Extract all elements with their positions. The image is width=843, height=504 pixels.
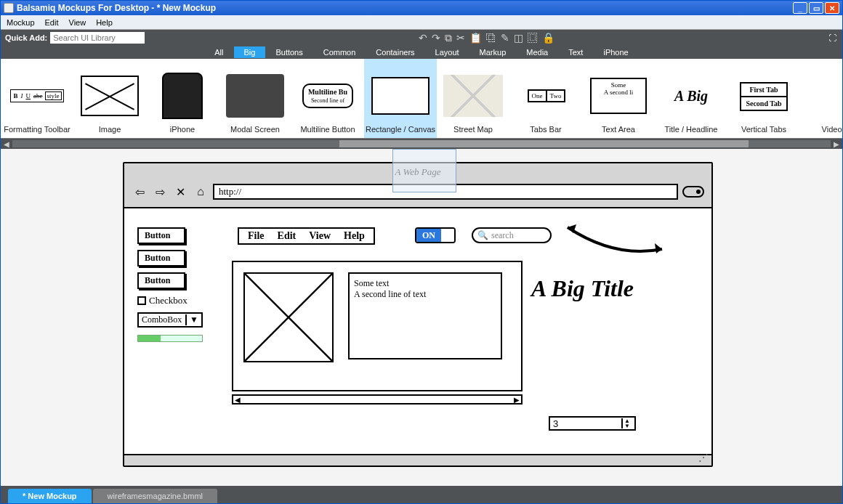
library-item[interactable]: BIUabcstyle Formatting Toolbar (1, 59, 73, 138)
duplicate-icon[interactable]: ⿻ (486, 32, 496, 44)
menu-view[interactable]: View (69, 18, 86, 27)
titlebar[interactable]: Balsamiq Mockups For Desktop - * New Moc… (1, 1, 842, 15)
menu-edit[interactable]: Edit (45, 18, 59, 27)
arrow-annotation[interactable] (560, 219, 669, 262)
button-widget[interactable]: Button (137, 272, 185, 289)
toolbar-icons: ↶ ↷ ⧉ ✂ 📋 ⿻ ✎ ◫ ⿴ 🔒 (419, 32, 554, 44)
app-menubar: Mockup Edit View Help (1, 15, 842, 30)
library-item[interactable]: Multiline BuSecond line of Multiline But… (291, 59, 364, 138)
paste-icon[interactable]: 📋 (469, 32, 482, 44)
cat-media[interactable]: Media (516, 46, 558, 58)
cat-markup[interactable]: Markup (469, 46, 517, 58)
hscrollbar-widget[interactable]: ◀▶ (232, 394, 523, 405)
home-icon[interactable]: ⌂ (193, 185, 209, 198)
progressbar-widget[interactable] (137, 335, 203, 342)
browser-body: Button Button Button Checkbox ComboBox▼ … (124, 208, 711, 454)
resize-grip-icon[interactable]: ⋰ (698, 452, 709, 464)
library-item[interactable]: iPhone (146, 59, 219, 138)
scrollbar-thumb[interactable] (339, 140, 749, 147)
menubar-widget[interactable]: File Edit View Help (238, 227, 375, 245)
drag-ghost-rectangle[interactable] (392, 149, 456, 192)
library-item[interactable]: Image (73, 59, 146, 138)
copy-icon[interactable]: ⧉ (445, 32, 452, 44)
search-library-input[interactable] (50, 32, 145, 44)
library-item[interactable]: OneTwo Tabs Bar (509, 59, 582, 138)
close-button[interactable]: ✕ (825, 2, 839, 14)
combobox-widget[interactable]: ComboBox▼ (137, 312, 203, 328)
redo-icon[interactable]: ↷ (432, 32, 440, 44)
button-widget[interactable]: Button (137, 227, 185, 244)
document-tabs: * New Mockup wireframesmagazine.bmml (1, 486, 842, 503)
ungroup-icon[interactable]: ⿴ (528, 32, 538, 44)
edit-icon[interactable]: ✎ (501, 32, 509, 44)
browser-footer: ⋰ (124, 454, 711, 466)
scroll-right-icon[interactable]: ▶ (834, 140, 839, 148)
library-item[interactable]: A Big Title / Headline (655, 59, 727, 138)
menu-help[interactable]: Help (96, 18, 113, 27)
checkbox-widget[interactable]: Checkbox (137, 295, 203, 306)
library-item[interactable]: Modal Screen (219, 59, 291, 138)
fullscreen-icon[interactable]: ⛶ (828, 33, 836, 42)
library-item[interactable]: SomeA second li Text Area (582, 59, 655, 138)
menu-mockup[interactable]: Mockup (7, 18, 35, 27)
stop-icon[interactable]: ✕ (172, 185, 188, 198)
window-buttons: _ ▭ ✕ (793, 2, 839, 14)
doc-tab-active[interactable]: * New Mockup (8, 489, 92, 503)
toolbar: Quick Add: ↶ ↷ ⧉ ✂ 📋 ⿻ ✎ ◫ ⿴ 🔒 ⛶ (1, 30, 842, 46)
container-widget[interactable]: Some text A second line of text (232, 261, 523, 391)
loading-indicator (682, 186, 704, 198)
textarea-widget[interactable]: Some text A second line of text (348, 272, 502, 359)
cut-icon[interactable]: ✂ (456, 32, 465, 44)
library-item-selected[interactable]: Rectangle / Canvas (364, 59, 437, 138)
cat-all[interactable]: All (204, 46, 233, 58)
button-widget[interactable]: Button (137, 250, 185, 267)
cat-layout[interactable]: Layout (425, 46, 469, 58)
doc-tab[interactable]: wireframesmagazine.bmml (93, 489, 217, 503)
headline-widget[interactable]: A Big Title (531, 275, 634, 302)
browser-mockup[interactable]: A Web Page ⇦ ⇨ ✕ ⌂ http:// Button Button… (123, 162, 713, 467)
library-item[interactable]: Video Pl (800, 59, 842, 138)
toggle-widget[interactable]: ON (415, 227, 456, 243)
search-icon: 🔍 (477, 230, 488, 241)
cat-common[interactable]: Common (313, 46, 366, 58)
group-icon[interactable]: ◫ (514, 32, 523, 44)
maximize-button[interactable]: ▭ (809, 2, 823, 14)
lock-icon[interactable]: 🔒 (542, 32, 554, 44)
image-placeholder-widget[interactable] (243, 272, 334, 362)
searchbox-widget[interactable]: 🔍 search (472, 227, 552, 243)
app-window: Balsamiq Mockups For Desktop - * New Moc… (0, 0, 843, 504)
back-icon[interactable]: ⇦ (132, 185, 148, 198)
canvas[interactable]: A Web Page ⇦ ⇨ ✕ ⌂ http:// Button Button… (1, 149, 842, 486)
ui-library: BIUabcstyle Formatting Toolbar Image iPh… (1, 59, 842, 139)
library-scrollbar[interactable]: ◀ ▶ (1, 139, 842, 149)
forward-icon[interactable]: ⇨ (152, 185, 168, 198)
window-title: Balsamiq Mockups For Desktop - * New Moc… (17, 3, 793, 13)
scroll-left-icon[interactable]: ◀ (4, 140, 9, 148)
library-item[interactable]: First TabSecond Tab Vertical Tabs (727, 59, 800, 138)
category-tabs: All Big Buttons Common Containers Layout… (1, 46, 842, 59)
cat-iphone[interactable]: iPhone (593, 46, 638, 58)
cat-buttons[interactable]: Buttons (265, 46, 312, 58)
minimize-button[interactable]: _ (793, 2, 807, 14)
undo-icon[interactable]: ↶ (419, 32, 427, 44)
library-item[interactable]: Street Map (437, 59, 509, 138)
quickadd-label: Quick Add: (5, 33, 47, 42)
numeric-stepper-widget[interactable]: 3 ▲▼ (549, 416, 636, 431)
cat-big[interactable]: Big (234, 46, 266, 58)
cat-containers[interactable]: Containers (366, 46, 424, 58)
app-icon (4, 3, 14, 13)
cat-text[interactable]: Text (558, 46, 593, 58)
